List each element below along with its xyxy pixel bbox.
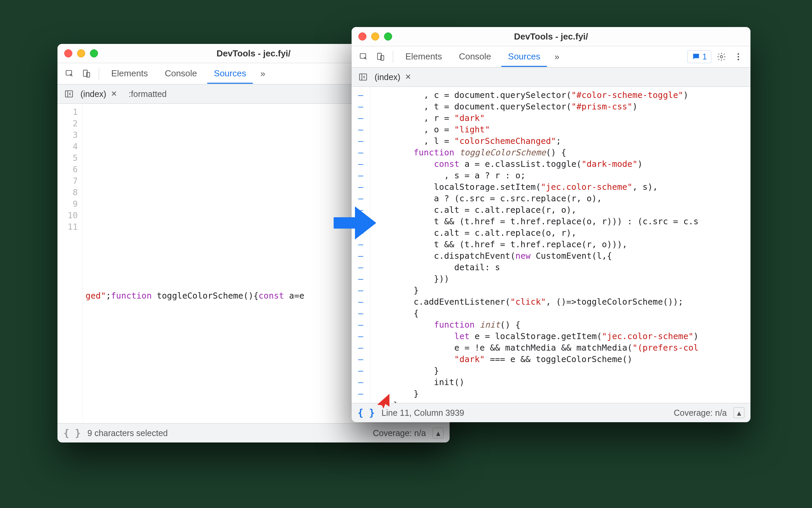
settings-gear-icon[interactable] (715, 50, 728, 63)
tab-console[interactable]: Console (158, 63, 204, 84)
zoom-window-icon[interactable] (384, 32, 392, 41)
devtools-window-right: DevTools - jec.fyi/ Elements Console Sou… (352, 27, 750, 422)
code-line[interactable]: e = !e && matchMedia && matchMedia("(pre… (373, 342, 750, 354)
code-line[interactable]: function toggleColorScheme() { (373, 147, 750, 158)
status-cursor: Line 11, Column 3939 (382, 408, 464, 418)
code-line[interactable]: "dark" === e && toggleColorScheme() (373, 354, 750, 365)
code-line[interactable]: let e = localStorage.getItem("jec.color-… (373, 331, 750, 342)
tab-console[interactable]: Console (452, 47, 498, 67)
file-tab-label: (index) (80, 89, 106, 99)
svg-point-8 (738, 53, 739, 55)
code-line[interactable]: t && (t.href = t.href.replace(r, o))), (373, 239, 750, 250)
status-bar: { } 9 characters selected Coverage: n/a … (57, 423, 450, 442)
svg-rect-3 (66, 91, 73, 97)
code-line[interactable]: detail: s (373, 262, 750, 273)
minimize-window-icon[interactable] (371, 32, 379, 41)
tab-elements[interactable]: Elements (399, 47, 449, 67)
status-selection: 9 characters selected (88, 428, 168, 438)
code-editor[interactable]: –––––––––––––––––––––––––––– , c = docum… (352, 87, 750, 403)
code-line[interactable]: c.alt = c.alt.replace(o, r), (373, 227, 750, 239)
tab-sources[interactable]: Sources (501, 47, 547, 67)
code-line[interactable]: init() (373, 377, 750, 388)
pretty-print-button[interactable]: { } (358, 407, 375, 418)
code-line[interactable]: localStorage.setItem("jec.color-scheme",… (373, 181, 750, 193)
code-line[interactable]: } (373, 365, 750, 377)
code-line[interactable]: } (373, 400, 750, 403)
code-line[interactable]: a ? (c.src = c.src.replace(r, o), (373, 193, 750, 204)
status-bar: { } Line 11, Column 3939 Coverage: n/a ▴ (352, 403, 750, 422)
svg-rect-11 (360, 74, 367, 80)
traffic-lights (358, 32, 392, 41)
more-tabs-icon[interactable]: » (550, 49, 563, 65)
kebab-menu-icon[interactable] (732, 50, 745, 63)
annotation-arrow-right (331, 199, 379, 247)
annotation-arrow-pointer (375, 392, 392, 409)
show-navigator-icon[interactable] (62, 87, 76, 101)
tab-elements[interactable]: Elements (104, 63, 154, 84)
file-tab-index[interactable]: (index) ✕ (375, 71, 412, 83)
minimize-window-icon[interactable] (77, 49, 85, 57)
line-gutter: 1234567891011 (57, 104, 83, 423)
divider (99, 68, 99, 80)
close-file-icon[interactable]: ✕ (404, 71, 412, 83)
inspect-icon[interactable] (63, 67, 76, 80)
devtools-tabbar: Elements Console Sources » 1 (352, 46, 750, 68)
code-line[interactable]: const a = e.classList.toggle("dark-mode"… (373, 158, 750, 170)
file-tab-index[interactable]: (index) ✕ (80, 88, 118, 100)
code-line[interactable]: , c = document.querySelector("#color-sch… (373, 90, 750, 101)
issues-button[interactable]: 1 (687, 50, 711, 63)
pretty-print-button[interactable]: { } (64, 428, 81, 439)
code-line[interactable]: t && (t.href = t.href.replace(o, r))) : … (373, 216, 750, 227)
code-line[interactable]: , o = "light" (373, 124, 750, 135)
svg-point-10 (738, 59, 739, 60)
close-window-icon[interactable] (64, 49, 72, 57)
collapse-panel-icon[interactable]: ▴ (433, 428, 444, 438)
file-tab-formatted[interactable]: :formatted (128, 89, 167, 99)
code-line[interactable]: })) (373, 273, 750, 285)
collapse-panel-icon[interactable]: ▴ (734, 407, 744, 418)
code-line[interactable]: c.addEventListener("click", ()=>toggleCo… (373, 296, 750, 308)
svg-point-9 (738, 56, 739, 58)
file-tab-row: (index) ✕ (352, 68, 750, 87)
issues-count: 1 (702, 52, 707, 61)
svg-point-7 (720, 56, 723, 58)
code-line[interactable]: , s = a ? r : o; (373, 170, 750, 181)
code-line[interactable]: c.alt = c.alt.replace(r, o), (373, 204, 750, 216)
code-line[interactable]: , l = "colorSchemeChanged"; (373, 135, 750, 147)
tab-sources[interactable]: Sources (207, 63, 253, 84)
device-toggle-icon[interactable] (80, 67, 93, 80)
status-coverage: Coverage: n/a (674, 408, 727, 418)
divider (393, 51, 393, 63)
close-file-icon[interactable]: ✕ (110, 88, 118, 100)
code-line[interactable]: } (373, 285, 750, 296)
code-line[interactable]: , t = document.querySelector("#prism-css… (373, 101, 750, 112)
code-line[interactable]: c.dispatchEvent(new CustomEvent(l,{ (373, 250, 750, 262)
show-navigator-icon[interactable] (356, 70, 370, 84)
more-tabs-icon[interactable]: » (256, 66, 269, 82)
code-line[interactable]: { (373, 308, 750, 319)
code-line[interactable]: , r = "dark" (373, 112, 750, 124)
traffic-lights (64, 49, 98, 57)
code-line[interactable]: } (373, 388, 750, 400)
close-window-icon[interactable] (358, 32, 366, 41)
code-area[interactable]: , c = document.querySelector("#color-sch… (370, 87, 750, 403)
inspect-icon[interactable] (357, 50, 371, 63)
zoom-window-icon[interactable] (90, 49, 98, 57)
window-title: DevTools - jec.fyi/ (352, 31, 750, 42)
device-toggle-icon[interactable] (374, 50, 387, 63)
status-coverage: Coverage: n/a (373, 428, 426, 438)
titlebar: DevTools - jec.fyi/ (352, 27, 750, 46)
file-tab-label: (index) (375, 72, 400, 82)
code-line[interactable]: function init() { (373, 319, 750, 331)
